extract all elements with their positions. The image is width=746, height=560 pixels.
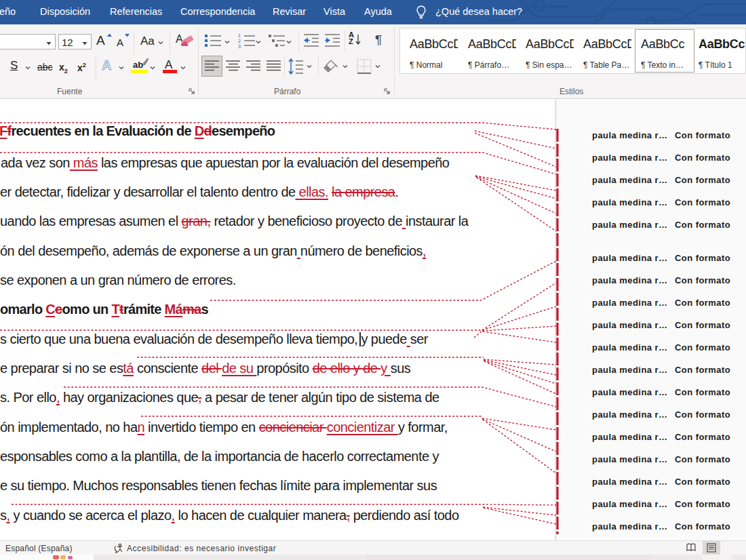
svg-text:3: 3 — [238, 44, 241, 48]
svg-text:2: 2 — [238, 39, 241, 43]
svg-text:1: 1 — [238, 33, 241, 38]
